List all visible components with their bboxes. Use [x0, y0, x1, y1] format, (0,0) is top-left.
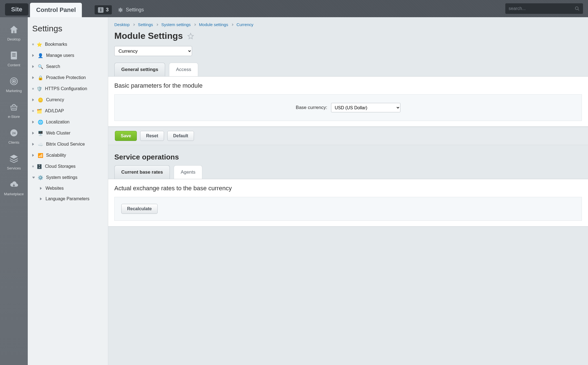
dot-icon [32, 88, 34, 90]
base-currency-row: Base currency: USD (US Dollar) [114, 94, 582, 121]
tree-item-https-config[interactable]: 🛡️HTTPS Configuration [31, 83, 105, 94]
coin-icon: 🪙 [38, 97, 43, 103]
tree-item-search[interactable]: 🔍Search [31, 61, 105, 72]
svg-line-1 [578, 9, 579, 11]
tab-current-base-rates[interactable]: Current base rates [114, 165, 170, 179]
directory-icon: 🗂️ [37, 108, 42, 114]
page-title: Module Settings [114, 31, 183, 41]
search-icon [575, 6, 580, 11]
tab-access[interactable]: Access [169, 63, 198, 76]
top-header: Site Control Panel 3 Settings [0, 0, 588, 17]
user-icon: 👤 [38, 53, 43, 58]
base-currency-select[interactable]: USD (US Dollar) [331, 103, 400, 112]
left-rail: Desktop Content Marketing e-Store 24 Cli… [0, 17, 28, 365]
magnifier-icon: 🔍 [38, 64, 43, 69]
save-button[interactable]: Save [115, 131, 137, 141]
default-button[interactable]: Default [167, 131, 194, 141]
module-select[interactable]: Currency [114, 46, 192, 56]
rail-item-services[interactable]: Services [0, 149, 28, 175]
header-settings-label: Settings [126, 7, 144, 13]
cloud-download-icon [9, 179, 19, 190]
notifications-button[interactable]: 3 [95, 5, 112, 14]
service-operations-title: Service operations [108, 145, 588, 165]
exchange-rates-card: Actual exchange rates to the base curren… [108, 179, 588, 227]
tree-item-scalability[interactable]: 📶Scalability [31, 150, 105, 161]
document-icon [9, 50, 19, 61]
tree-subitem-websites[interactable]: Websites [31, 183, 105, 194]
panel-title: Settings [32, 24, 104, 33]
chevron-down-icon [32, 177, 35, 179]
rail-item-desktop[interactable]: Desktop [0, 20, 28, 46]
tab-general-settings[interactable]: General settings [114, 63, 165, 76]
tree-item-currency[interactable]: 🪙Currency [31, 94, 105, 105]
crumb-settings[interactable]: Settings [138, 22, 153, 27]
search-box [505, 3, 583, 14]
svg-rect-5 [12, 56, 16, 57]
card-heading: Basic parameters for the module [114, 82, 582, 89]
breadcrumb: Desktop Settings System settings Module … [108, 22, 588, 31]
chevron-right-icon [32, 143, 35, 146]
chevron-right-icon [32, 76, 35, 79]
star-icon: ⭐ [37, 42, 42, 47]
reset-button[interactable]: Reset [140, 131, 164, 141]
chevron-right-icon [32, 65, 35, 68]
svg-point-0 [575, 7, 578, 10]
rail-item-content[interactable]: Content [0, 46, 28, 72]
favorite-star-icon[interactable] [187, 33, 194, 39]
recalc-row: Recalculate [114, 197, 582, 221]
tree-item-ad-ldap[interactable]: 🗂️AD/LDAP [31, 105, 105, 116]
tree-item-proactive-protection[interactable]: 🔒Proactive Protection [31, 72, 105, 83]
dot-icon [32, 110, 34, 112]
tree-item-manage-users[interactable]: 👤Manage users [31, 50, 105, 61]
rail-item-clients[interactable]: 24 Clients [0, 123, 28, 149]
target-icon [9, 76, 19, 87]
card-heading: Actual exchange rates to the base curren… [114, 185, 582, 192]
tab-agents[interactable]: Agents [174, 165, 202, 179]
tree-item-web-cluster[interactable]: 🖥️Web Cluster [31, 128, 105, 139]
chevron-right-icon [32, 98, 35, 101]
tab-site[interactable]: Site [5, 3, 28, 16]
lock-icon: 🔒 [38, 75, 43, 80]
chevron-right-icon [40, 197, 43, 200]
tab-control-panel[interactable]: Control Panel [30, 3, 82, 17]
crumb-system-settings[interactable]: System settings [161, 22, 191, 27]
dot-icon [32, 166, 34, 167]
crumb-desktop[interactable]: Desktop [114, 22, 130, 27]
tree-item-cloud-storages[interactable]: 🗄️Cloud Storages [31, 161, 105, 172]
badge-24-icon: 24 [9, 128, 19, 138]
module-tabs: General settings Access [108, 63, 588, 76]
button-row: Save Reset Default [108, 127, 588, 145]
basic-parameters-card: Basic parameters for the module Base cur… [108, 76, 588, 127]
tree-item-system-settings[interactable]: ⚙️System settings [31, 172, 105, 183]
tree-subitem-language-parameters[interactable]: Language Parameters [31, 194, 105, 204]
rail-item-estore[interactable]: e-Store [0, 97, 28, 123]
recalculate-button[interactable]: Recalculate [121, 204, 158, 214]
chevron-right-icon [40, 187, 43, 190]
shield-icon: 🛡️ [37, 86, 42, 92]
svg-text:24: 24 [12, 131, 16, 135]
layers-icon [9, 153, 19, 164]
header-settings-link[interactable]: Settings [117, 7, 144, 13]
svg-rect-3 [12, 53, 16, 54]
chevron-right-icon [32, 121, 35, 123]
search-input[interactable] [509, 6, 575, 11]
tree-item-bookmarks[interactable]: ⭐Bookmarks [31, 39, 105, 50]
tree-item-localization[interactable]: 🌐Localization [31, 116, 105, 128]
svg-point-8 [13, 81, 15, 82]
basket-icon [9, 102, 19, 112]
rail-item-marketplace[interactable]: Marketplace [0, 175, 28, 201]
cloud-icon: ☁️ [38, 141, 43, 147]
rail-item-marketing[interactable]: Marketing [0, 72, 28, 97]
crumb-module-settings[interactable]: Module settings [199, 22, 228, 27]
servers-icon: 🖥️ [38, 130, 43, 136]
tree-item-bitrix-cloud[interactable]: ☁️Bitrix Cloud Service [31, 139, 105, 150]
chevron-right-icon [32, 154, 35, 157]
home-icon [9, 24, 19, 35]
crumb-currency[interactable]: Currency [236, 22, 253, 27]
svg-rect-4 [12, 55, 16, 55]
chevron-right-icon [156, 23, 158, 26]
chevron-right-icon [133, 23, 135, 26]
gear-icon [117, 7, 123, 13]
service-tabs: Current base rates Agents [108, 165, 588, 179]
svg-rect-2 [11, 52, 17, 60]
